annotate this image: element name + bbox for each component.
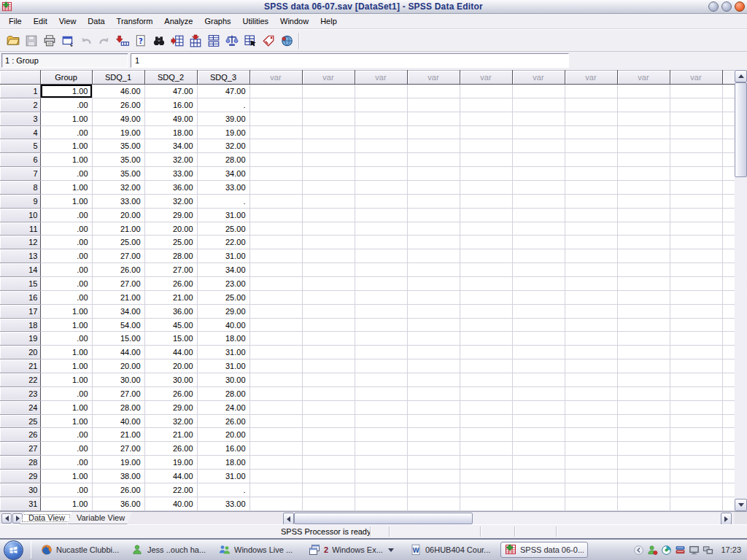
empty-cell[interactable] xyxy=(460,167,512,181)
row-header[interactable]: 12 xyxy=(0,236,40,249)
menu-item-utilities[interactable]: Utilities xyxy=(237,15,274,28)
empty-cell[interactable] xyxy=(460,139,512,153)
data-cell[interactable]: 36.00 xyxy=(144,181,197,195)
row-header[interactable]: 24 xyxy=(0,400,40,414)
empty-cell[interactable] xyxy=(407,428,460,442)
empty-cell[interactable] xyxy=(355,400,407,414)
empty-cell[interactable] xyxy=(407,85,460,98)
empty-cell[interactable] xyxy=(565,236,617,249)
data-cell[interactable]: 1.00 xyxy=(40,112,92,125)
empty-cell[interactable] xyxy=(355,373,407,387)
empty-cell[interactable] xyxy=(249,139,302,153)
data-cell[interactable]: 1.00 xyxy=(40,346,92,359)
open-file-icon[interactable] xyxy=(4,32,22,50)
empty-cell[interactable] xyxy=(249,400,302,414)
empty-cell[interactable] xyxy=(512,400,565,414)
empty-cell[interactable] xyxy=(249,208,302,222)
tab-scroll-left-icon[interactable] xyxy=(1,513,12,524)
data-cell[interactable]: . xyxy=(197,194,249,208)
empty-cell[interactable] xyxy=(617,249,670,263)
data-cell[interactable]: .00 xyxy=(40,428,92,442)
empty-cell[interactable] xyxy=(302,428,355,442)
scroll-up-icon[interactable] xyxy=(735,70,747,82)
row-header[interactable]: 28 xyxy=(0,456,40,470)
menu-item-analyze[interactable]: Analyze xyxy=(158,15,198,28)
data-cell[interactable]: 27.00 xyxy=(92,386,144,400)
empty-cell[interactable] xyxy=(302,277,355,291)
empty-cell[interactable] xyxy=(617,332,670,346)
data-cell[interactable]: 38.00 xyxy=(92,470,144,483)
empty-cell[interactable] xyxy=(670,153,722,167)
data-cell[interactable]: .00 xyxy=(40,125,92,139)
empty-cell[interactable] xyxy=(302,98,355,112)
data-cell[interactable]: 15.00 xyxy=(144,332,197,346)
empty-cell[interactable] xyxy=(460,290,512,304)
insert-cases-icon[interactable] xyxy=(168,32,186,50)
empty-cell[interactable] xyxy=(460,236,512,249)
column-header-var[interactable]: var xyxy=(407,71,460,85)
empty-cell[interactable] xyxy=(302,442,355,456)
use-sets-icon[interactable] xyxy=(277,32,295,50)
empty-cell[interactable] xyxy=(407,208,460,222)
data-cell[interactable]: .00 xyxy=(40,208,92,222)
empty-cell[interactable] xyxy=(302,208,355,222)
empty-cell[interactable] xyxy=(617,497,670,510)
empty-cell[interactable] xyxy=(460,359,512,373)
data-cell[interactable]: 26.00 xyxy=(92,98,144,112)
empty-cell[interactable] xyxy=(302,249,355,263)
data-cell[interactable]: . xyxy=(197,483,249,497)
menu-item-graphs[interactable]: Graphs xyxy=(198,15,236,28)
empty-cell[interactable] xyxy=(355,194,407,208)
data-cell[interactable]: 27.00 xyxy=(92,277,144,291)
data-cell[interactable]: 1.00 xyxy=(40,359,92,373)
data-cell[interactable]: 31.00 xyxy=(197,359,249,373)
horizontal-scroll-thumb[interactable] xyxy=(294,513,473,524)
empty-cell[interactable] xyxy=(355,386,407,400)
empty-cell[interactable] xyxy=(355,414,407,428)
empty-cell[interactable] xyxy=(302,386,355,400)
taskbar-button-item[interactable]: W06HUB404 Cour... xyxy=(406,542,495,557)
data-cell[interactable]: 27.00 xyxy=(144,263,197,277)
scroll-left-icon[interactable] xyxy=(283,513,294,525)
column-header-sdq_2[interactable]: SDQ_2 xyxy=(144,71,197,85)
data-cell[interactable]: .00 xyxy=(40,332,92,346)
row-header[interactable]: 17 xyxy=(0,304,40,318)
empty-cell[interactable] xyxy=(249,98,302,112)
cell-editor-input[interactable]: 1 xyxy=(131,53,569,68)
menu-item-data[interactable]: Data xyxy=(82,15,110,28)
empty-cell[interactable] xyxy=(617,222,670,236)
empty-cell[interactable] xyxy=(512,483,565,497)
empty-cell[interactable] xyxy=(670,125,722,139)
data-cell[interactable]: 36.00 xyxy=(92,497,144,510)
empty-cell[interactable] xyxy=(460,98,512,112)
goto-case-icon[interactable] xyxy=(113,32,131,50)
row-header[interactable]: 19 xyxy=(0,332,40,346)
row-header[interactable]: 9 xyxy=(0,194,40,208)
empty-cell[interactable] xyxy=(355,277,407,291)
data-cell[interactable]: 35.00 xyxy=(92,139,144,153)
data-cell[interactable]: 1.00 xyxy=(40,304,92,318)
empty-cell[interactable] xyxy=(249,442,302,456)
empty-cell[interactable] xyxy=(302,167,355,181)
data-cell[interactable]: 25.00 xyxy=(197,222,249,236)
empty-cell[interactable] xyxy=(670,236,722,249)
data-cell[interactable]: 44.00 xyxy=(144,346,197,359)
empty-cell[interactable] xyxy=(512,442,565,456)
data-cell[interactable]: 20.00 xyxy=(144,222,197,236)
empty-cell[interactable] xyxy=(565,222,617,236)
empty-cell[interactable] xyxy=(670,304,722,318)
empty-cell[interactable] xyxy=(249,290,302,304)
horizontal-scrollbar[interactable] xyxy=(283,513,733,524)
empty-cell[interactable] xyxy=(512,153,565,167)
data-cell[interactable]: 45.00 xyxy=(144,318,197,332)
empty-cell[interactable] xyxy=(302,332,355,346)
column-header-var[interactable]: var xyxy=(302,71,355,85)
empty-cell[interactable] xyxy=(407,249,460,263)
empty-cell[interactable] xyxy=(460,125,512,139)
empty-cell[interactable] xyxy=(355,208,407,222)
data-cell[interactable]: 27.00 xyxy=(92,442,144,456)
empty-cell[interactable] xyxy=(302,304,355,318)
data-cell[interactable]: 32.00 xyxy=(144,414,197,428)
empty-cell[interactable] xyxy=(355,332,407,346)
empty-cell[interactable] xyxy=(512,98,565,112)
